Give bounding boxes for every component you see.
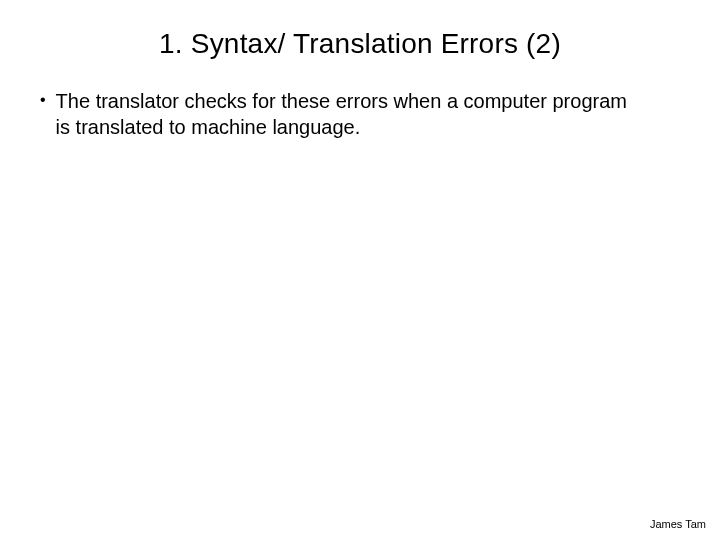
slide: 1. Syntax/ Translation Errors (2) • The …	[0, 0, 720, 540]
bullet-item: • The translator checks for these errors…	[40, 88, 688, 140]
bullet-text: The translator checks for these errors w…	[56, 88, 688, 140]
bullet-marker-icon: •	[40, 90, 46, 111]
footer-author: James Tam	[650, 518, 706, 530]
slide-title: 1. Syntax/ Translation Errors (2)	[32, 28, 688, 60]
slide-content: • The translator checks for these errors…	[32, 88, 688, 140]
